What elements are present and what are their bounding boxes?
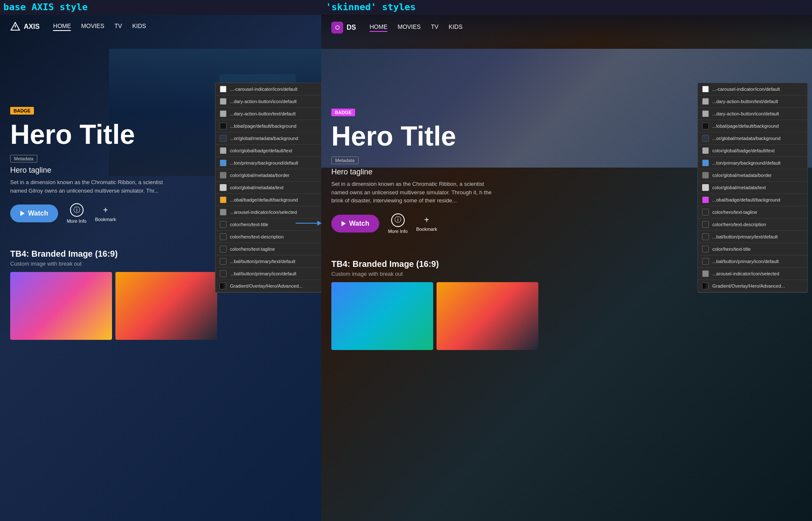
dropdown-item-label: color/hero/text-description bbox=[230, 234, 284, 239]
right-dropdown-panel: ...-carousel-indicator/icon/default...da… bbox=[697, 83, 808, 293]
dropdown-item-label: ...-carousel-indicator/icon/default bbox=[230, 87, 297, 92]
main-container: NOENTRY AXIS HOME MOVIES TV KIDS bbox=[0, 15, 812, 521]
right-hero-description: Set in a dimension known as the Chromati… bbox=[331, 180, 493, 205]
color-swatch bbox=[220, 123, 227, 129]
color-swatch bbox=[702, 172, 709, 179]
left-nav-links: HOME MOVIES TV KIDS bbox=[53, 22, 146, 31]
dropdown-item-label: color/global/metadata/text bbox=[230, 185, 283, 190]
dropdown-item[interactable]: ...bal/button/primary/icon/default bbox=[698, 255, 807, 268]
dropdown-item[interactable]: color/hero/text-title bbox=[698, 243, 807, 255]
color-swatch bbox=[702, 221, 709, 228]
dropdown-item[interactable]: color/hero/text-tagline bbox=[698, 206, 807, 218]
left-bookmark-button[interactable]: + Bookmark bbox=[95, 205, 116, 222]
dropdown-item-label: ...bal/button/primary/text/default bbox=[712, 234, 778, 239]
dropdown-item-label: ...or/global/metadata/background bbox=[230, 136, 298, 141]
left-navbar: AXIS HOME MOVIES TV KIDS bbox=[0, 15, 321, 39]
dropdown-item[interactable]: ...obal/badge/default/background bbox=[698, 194, 807, 206]
right-more-info-button[interactable]: ⓘ More Info bbox=[388, 213, 407, 234]
dropdown-item[interactable]: Gradient/Overlay/Hero/Advanced... bbox=[698, 280, 807, 292]
dropdown-item[interactable]: ...-carousel-indicator/icon/default bbox=[216, 83, 321, 95]
dropdown-item-label: ...dary-action-button/icon/default bbox=[230, 99, 297, 104]
dropdown-item[interactable]: ...ton/primary/background/default bbox=[216, 157, 321, 169]
dropdown-item-label: ...ton/primary/background/default bbox=[230, 160, 298, 165]
dropdown-item-label: color/global/metadata/text bbox=[712, 185, 766, 190]
ds-logo-icon: ⬡ bbox=[331, 22, 343, 34]
right-more-info-label: More Info bbox=[388, 229, 407, 234]
arrow-container bbox=[296, 223, 321, 224]
right-nav-tv[interactable]: TV bbox=[431, 23, 439, 32]
color-swatch bbox=[220, 172, 227, 179]
dropdown-item[interactable]: ...dary-action-button/icon/default bbox=[698, 108, 807, 120]
left-nav-tv[interactable]: TV bbox=[115, 22, 122, 31]
ds-logo-text: DS bbox=[347, 24, 356, 31]
right-bookmark-label: Bookmark bbox=[416, 227, 437, 232]
dropdown-item[interactable]: color/global/badge/default/text bbox=[216, 145, 321, 157]
left-thumbnail-2 bbox=[115, 272, 217, 340]
dropdown-item[interactable]: ...bal/button/primary/icon/default bbox=[216, 268, 321, 280]
right-nav-kids[interactable]: KIDS bbox=[449, 23, 463, 32]
dropdown-item[interactable]: ...-carousel-indicator/icon/default bbox=[698, 83, 807, 95]
right-navbar: ⬡ DS HOME MOVIES TV KIDS bbox=[321, 15, 812, 40]
dropdown-item[interactable]: ...or/global/metadata/background bbox=[698, 132, 807, 145]
left-info-icon: ⓘ bbox=[70, 203, 84, 217]
color-swatch bbox=[702, 160, 709, 166]
left-more-info-label: More Info bbox=[67, 218, 86, 224]
dropdown-item[interactable]: ...bal/button/primary/text/default bbox=[216, 255, 321, 268]
left-nav-home[interactable]: HOME bbox=[53, 22, 71, 31]
color-swatch bbox=[702, 258, 709, 265]
dropdown-item-label: ...bal/button/primary/icon/default bbox=[230, 271, 297, 276]
ds-logo: ⬡ DS bbox=[331, 22, 356, 34]
dropdown-item-label: ...bal/button/primary/text/default bbox=[230, 259, 295, 264]
dropdown-item[interactable]: color/global/metadata/border bbox=[698, 169, 807, 182]
dropdown-item[interactable]: ...lobal/page/default/background bbox=[698, 120, 807, 132]
right-thumbnail-2 bbox=[437, 282, 538, 350]
right-bookmark-button[interactable]: + Bookmark bbox=[416, 215, 437, 232]
color-swatch bbox=[220, 283, 227, 289]
dropdown-item[interactable]: ...dary-action-button/icon/default bbox=[216, 95, 321, 108]
dropdown-item[interactable]: Gradient/Overlay/Hero/Advanced... bbox=[216, 280, 321, 292]
dropdown-item[interactable]: color/global/metadata/text bbox=[698, 182, 807, 194]
dropdown-item[interactable]: ...ton/primary/background/default bbox=[698, 157, 807, 169]
dropdown-item[interactable]: ...or/global/metadata/background bbox=[216, 132, 321, 145]
dropdown-item[interactable]: ...bal/button/primary/text/default bbox=[698, 231, 807, 243]
right-watch-button[interactable]: Watch bbox=[331, 215, 379, 232]
dropdown-item[interactable]: ...lobal/page/default/background bbox=[216, 120, 321, 132]
color-swatch bbox=[702, 135, 709, 142]
color-swatch bbox=[220, 270, 227, 277]
dropdown-item[interactable]: ...dary-action-button/text/default bbox=[216, 108, 321, 120]
right-nav-movies[interactable]: MOVIES bbox=[398, 23, 420, 32]
color-swatch bbox=[702, 270, 709, 277]
left-metadata-chip: Metadata bbox=[10, 155, 37, 162]
color-swatch bbox=[220, 246, 227, 252]
left-watch-button[interactable]: Watch bbox=[10, 204, 58, 222]
dropdown-item[interactable]: ...arousel-indicator/icon/selected bbox=[698, 268, 807, 280]
dropdown-item[interactable]: color/global/metadata/border bbox=[216, 169, 321, 182]
dropdown-item[interactable]: color/global/metadata/text bbox=[216, 182, 321, 194]
dropdown-item[interactable]: color/hero/text-title bbox=[216, 218, 321, 231]
dropdown-item[interactable]: color/hero/text-description bbox=[698, 218, 807, 231]
dropdown-item[interactable]: ...dary-action-button/text/default bbox=[698, 95, 807, 108]
color-swatch bbox=[702, 196, 709, 203]
dropdown-item-label: ...lobal/page/default/background bbox=[230, 123, 297, 129]
left-more-info-button[interactable]: ⓘ More Info bbox=[67, 203, 86, 224]
dropdown-item-label: color/hero/text-title bbox=[230, 222, 268, 227]
color-swatch bbox=[220, 196, 227, 203]
right-play-icon bbox=[342, 221, 346, 226]
left-panel: NOENTRY AXIS HOME MOVIES TV KIDS bbox=[0, 15, 321, 521]
dropdown-item-label: ...dary-action-button/text/default bbox=[230, 111, 296, 116]
dropdown-item[interactable]: ...arousel-indicator/icon/selected bbox=[216, 206, 321, 218]
color-swatch bbox=[220, 98, 227, 105]
left-play-icon bbox=[20, 211, 25, 216]
dropdown-item[interactable]: ...obal/badge/default/background bbox=[216, 194, 321, 206]
dropdown-item[interactable]: color/global/badge/default/text bbox=[698, 145, 807, 157]
color-swatch bbox=[220, 110, 227, 117]
left-nav-movies[interactable]: MOVIES bbox=[81, 22, 104, 31]
dropdown-item[interactable]: color/hero/text-tagline bbox=[216, 243, 321, 255]
left-nav-kids[interactable]: KIDS bbox=[132, 22, 146, 31]
color-swatch bbox=[220, 86, 227, 92]
right-nav-home[interactable]: HOME bbox=[370, 23, 387, 32]
dropdown-item-label: color/hero/text-title bbox=[712, 246, 750, 252]
dropdown-item[interactable]: color/hero/text-description bbox=[216, 231, 321, 243]
color-swatch bbox=[702, 123, 709, 129]
right-info-icon: ⓘ bbox=[391, 213, 405, 227]
